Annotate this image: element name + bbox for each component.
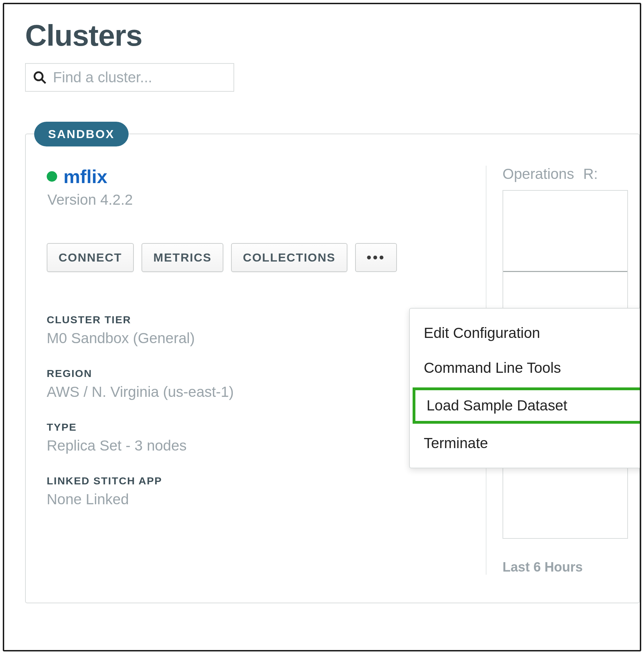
info-region: REGION AWS / N. Virginia (us-east-1) <box>47 368 472 400</box>
sandbox-badge: SANDBOX <box>34 122 129 146</box>
more-options-dropdown: Edit Configuration Command Line Tools Lo… <box>409 308 641 468</box>
app-frame: Clusters SANDBOX mflix Version 4.2.2 CON… <box>3 3 641 651</box>
type-label: TYPE <box>47 421 472 433</box>
dropdown-edit-configuration[interactable]: Edit Configuration <box>410 316 641 350</box>
stitch-value: None Linked <box>47 491 472 508</box>
dropdown-terminate[interactable]: Terminate <box>410 426 641 461</box>
cluster-tier-label: CLUSTER TIER <box>47 314 472 326</box>
type-value: Replica Set - 3 nodes <box>47 437 472 454</box>
info-stitch: LINKED STITCH APP None Linked <box>47 475 472 508</box>
connect-button[interactable]: CONNECT <box>47 243 134 272</box>
cluster-name-link[interactable]: mflix <box>63 166 107 187</box>
cluster-card-area: SANDBOX mflix Version 4.2.2 CONNECT METR… <box>25 134 640 603</box>
operations-r-label: R: <box>583 166 598 182</box>
region-label: REGION <box>47 368 472 379</box>
chart-timerange: Last 6 Hours <box>503 560 639 575</box>
more-options-button[interactable]: ••• <box>355 243 397 272</box>
region-value: AWS / N. Virginia (us-east-1) <box>47 384 472 400</box>
dropdown-load-sample-dataset[interactable]: Load Sample Dataset <box>413 387 641 424</box>
page-title: Clusters <box>25 18 640 53</box>
metrics-button[interactable]: METRICS <box>141 243 223 272</box>
search-field[interactable] <box>25 63 234 92</box>
cluster-button-row: CONNECT METRICS COLLECTIONS ••• <box>47 243 472 272</box>
dropdown-command-line-tools[interactable]: Command Line Tools <box>410 350 641 385</box>
svg-line-1 <box>41 79 46 83</box>
collections-button[interactable]: COLLECTIONS <box>231 243 347 272</box>
cluster-version: Version 4.2.2 <box>47 191 472 208</box>
stitch-label: LINKED STITCH APP <box>47 475 472 487</box>
chart-gridline-icon <box>503 271 627 272</box>
info-type: TYPE Replica Set - 3 nodes <box>47 421 472 454</box>
status-dot-icon <box>47 171 57 182</box>
cluster-tier-value: M0 Sandbox (General) <box>47 330 472 347</box>
ellipsis-icon: ••• <box>367 250 385 265</box>
svg-point-0 <box>34 72 43 80</box>
info-cluster-tier: CLUSTER TIER M0 Sandbox (General) <box>47 314 472 347</box>
search-icon <box>33 70 47 84</box>
operations-label: Operations <box>503 166 574 182</box>
operations-header: Operations R: <box>503 166 639 182</box>
cluster-header: mflix <box>47 166 472 187</box>
search-input[interactable] <box>53 69 227 86</box>
